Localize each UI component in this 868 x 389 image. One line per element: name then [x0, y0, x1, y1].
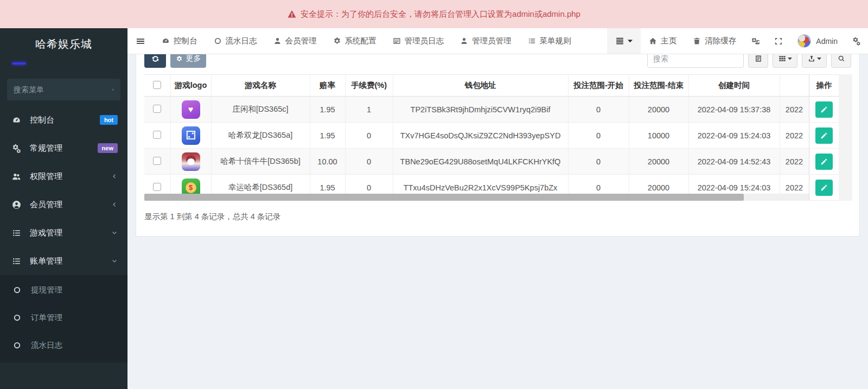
column-header: 游戏名称 [211, 75, 310, 97]
game-name: 哈希双龙[DS365a] [211, 123, 310, 149]
hot-badge: hot [100, 115, 118, 125]
fee: 1 [345, 97, 393, 123]
clear-cache-button[interactable]: 清除缓存 [685, 28, 744, 54]
sidebar-item-dashboard[interactable]: 控制台 hot [0, 106, 127, 134]
sidebar-item-games[interactable]: 游戏管理 [0, 219, 127, 247]
sidebar-subitem-withdraw[interactable]: 提现管理 [0, 276, 127, 304]
user-menu[interactable]: Admin [790, 28, 845, 54]
nav-tab-label: 流水日志 [226, 36, 257, 46]
game-name: 哈希十倍牛牛[DS365b] [211, 149, 310, 175]
circle-o-icon [13, 314, 24, 322]
sidebar-toggle-button[interactable] [127, 28, 154, 54]
list-icon [12, 228, 23, 238]
pencil-icon [820, 184, 828, 192]
odds: 1.95 [310, 97, 345, 123]
edit-button[interactable] [815, 101, 833, 118]
nav-tab-admin-log[interactable]: 管理员日志 [385, 28, 452, 54]
game-name: 庄闲和[DS365c] [211, 97, 310, 123]
updated-time-clipped: 2022 [780, 123, 809, 149]
refresh-icon [151, 55, 159, 63]
column-header: 游戏logo [170, 75, 211, 97]
search-icon [838, 55, 845, 62]
top-navbar: 控制台 流水日志 会员管理 系统配置 管理员日志 管理员管理 [127, 28, 868, 54]
fee: 0 [345, 123, 393, 149]
user-icon [273, 37, 282, 45]
column-header: 赔率 [310, 75, 345, 97]
detail-view-button[interactable] [748, 54, 768, 68]
export-button[interactable] [802, 54, 827, 68]
sidebar-item-members[interactable]: 会员管理 [0, 190, 127, 219]
export-icon [808, 55, 815, 62]
sidebar-search-input[interactable] [14, 85, 112, 94]
table-controls [647, 54, 851, 68]
nav-tab-menu-rules[interactable]: 菜单规则 [520, 28, 579, 54]
search-button[interactable] [831, 54, 851, 68]
nav-tab-label: 会员管理 [285, 36, 317, 46]
sidebar-item-label: 常规管理 [30, 143, 98, 154]
game-logo [182, 126, 200, 145]
list-icon [12, 257, 23, 266]
updated-time-clipped: 2022 [780, 97, 809, 123]
gear-icon [176, 55, 183, 62]
settings-button[interactable] [845, 28, 868, 54]
sidebar-item-general[interactable]: 常规管理 new [0, 134, 127, 162]
pencil-icon [820, 106, 828, 113]
bars-icon [615, 36, 624, 46]
language-button[interactable] [744, 28, 767, 54]
row-checkbox[interactable] [153, 105, 161, 113]
fullscreen-button[interactable] [767, 28, 790, 54]
row-checkbox[interactable] [153, 131, 161, 139]
row-checkbox[interactable] [153, 157, 161, 165]
row-checkbox[interactable] [153, 183, 161, 191]
sidebar-subitem-label: 流水日志 [31, 340, 118, 350]
users-icon [12, 172, 23, 181]
username: Admin [816, 37, 838, 46]
more-button-label: 更多 [186, 54, 201, 63]
columns-button[interactable] [773, 54, 797, 68]
more-button[interactable]: 更多 [170, 54, 206, 68]
wallet-address: TBNe29oEG429U88osetMqU4LKFCKHrYKfQ [393, 149, 568, 175]
bet-end: 10000 [629, 123, 688, 149]
pencil-icon [820, 132, 828, 139]
games-table: 游戏logo 游戏名称 赔率 手续费(%) 钱包地址 投注范围-开始 投注范围-… [144, 74, 839, 201]
edit-button[interactable] [815, 180, 833, 196]
nav-tab-admin-manage[interactable]: 管理员管理 [452, 28, 520, 54]
sidebar-item-bills[interactable]: 账单管理 [0, 247, 127, 275]
circle-o-icon [13, 286, 24, 294]
column-header: 创建时间 [688, 75, 780, 97]
nav-tab-members[interactable]: 会员管理 [265, 28, 325, 54]
horizontal-scrollbar[interactable] [144, 194, 809, 201]
sidebar-subitem-orders[interactable]: 订单管理 [0, 304, 127, 331]
logo-fragment [12, 62, 26, 65]
circle-o-icon [13, 341, 24, 349]
user-circle-icon [12, 200, 23, 209]
edit-button[interactable] [815, 127, 833, 144]
bet-start: 0 [568, 149, 629, 175]
select-all-checkbox[interactable] [153, 81, 161, 89]
sidebar-subitem-flow-log[interactable]: 流水日志 [0, 331, 127, 359]
sidebar-search [7, 79, 120, 100]
home-button[interactable]: 主页 [641, 28, 685, 54]
tasks-dropdown-button[interactable] [607, 28, 641, 54]
content-card: 更多 [136, 54, 860, 237]
refresh-button[interactable] [144, 54, 166, 68]
edit-button[interactable] [815, 154, 833, 170]
column-header: 手续费(%) [345, 75, 393, 97]
nav-tab-label: 管理员管理 [472, 36, 512, 46]
column-header: 投注范围-结束 [629, 75, 688, 97]
created-time: 2022-04-09 14:52:43 [688, 149, 780, 175]
bet-start: 0 [568, 97, 629, 123]
nav-tab-system-config[interactable]: 系统配置 [325, 28, 385, 54]
table-row: 哈希双龙[DS365a] 1.95 0 TXv7HGE4soDsQJKsiZ9Z… [144, 123, 839, 149]
nav-tab-flow-log[interactable]: 流水日志 [206, 28, 265, 54]
sidebar-item-permissions[interactable]: 权限管理 [0, 162, 127, 190]
nav-tab-label: 控制台 [174, 36, 197, 46]
odds: 1.95 [310, 123, 345, 149]
table-search-input[interactable] [647, 54, 744, 68]
nav-tab-dashboard[interactable]: 控制台 [154, 28, 206, 54]
scrollbar-thumb[interactable] [144, 194, 744, 201]
tachometer-icon [12, 116, 23, 125]
security-banner: 安全提示：为了你的后台安全，请勿将后台管理入口设置为admin或admin.ph… [0, 0, 868, 28]
game-logo [182, 152, 200, 171]
list-icon [528, 37, 536, 45]
